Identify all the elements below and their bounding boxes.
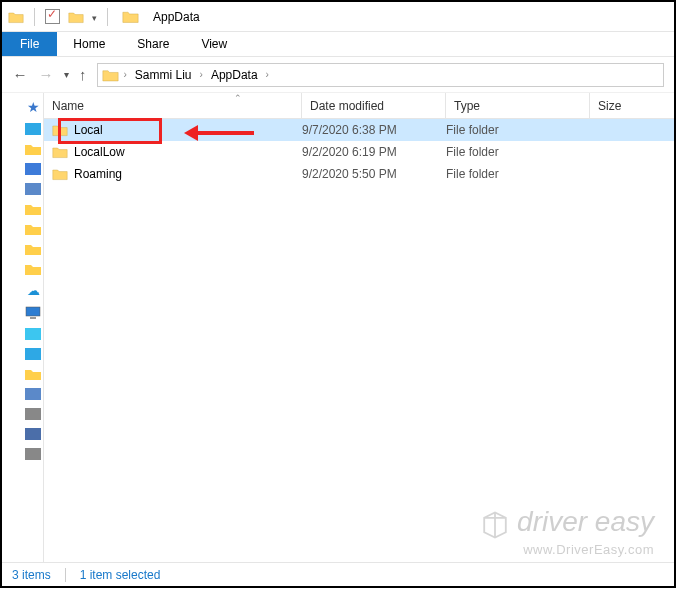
breadcrumb-sep[interactable]: › [263, 69, 272, 80]
tab-home[interactable]: Home [57, 32, 121, 56]
breadcrumb-sep[interactable]: › [197, 69, 206, 80]
folder-icon [52, 123, 68, 137]
address-field[interactable]: › Sammi Liu › AppData › [97, 63, 665, 87]
svg-rect-1 [25, 163, 41, 175]
column-name[interactable]: Name [52, 93, 302, 118]
breadcrumb-item[interactable]: AppData [208, 68, 261, 82]
sidebar-item-icon[interactable] [25, 243, 41, 255]
qat-newfolder-icon[interactable] [68, 10, 84, 24]
sidebar-item-icon[interactable] [25, 328, 41, 340]
qat-folder-icon[interactable] [8, 10, 24, 24]
file-row[interactable]: LocalLow 9/2/2020 6:19 PM File folder [44, 141, 674, 163]
sidebar-item-icon[interactable] [25, 408, 41, 420]
quick-access-icon[interactable]: ★ [27, 99, 40, 115]
sidebar-item-icon[interactable] [25, 263, 41, 275]
qat-divider [34, 8, 35, 26]
qat-properties-icon[interactable] [45, 9, 60, 24]
svg-rect-7 [25, 388, 41, 400]
watermark: driver easy www.DriverEasy.com [477, 507, 654, 556]
file-rows: Local 9/7/2020 6:38 PM File folder Local… [44, 119, 674, 185]
this-pc-icon[interactable] [25, 306, 41, 320]
window-folder-icon [122, 9, 139, 24]
file-row[interactable]: Local 9/7/2020 6:38 PM File folder [44, 119, 674, 141]
file-type: File folder [438, 145, 582, 159]
file-date: 9/2/2020 5:50 PM [294, 167, 438, 181]
watermark-logo-icon [477, 507, 513, 543]
sidebar-item-icon[interactable] [25, 123, 41, 135]
sidebar-item-icon[interactable] [25, 368, 41, 380]
breadcrumb-sep[interactable]: › [121, 69, 130, 80]
watermark-brand: driver easy [517, 506, 654, 537]
up-button[interactable]: ↑ [79, 66, 87, 83]
onedrive-icon[interactable]: ☁ [27, 283, 40, 298]
back-button[interactable]: ← [12, 66, 28, 83]
svg-rect-2 [25, 183, 41, 195]
sidebar-item-icon[interactable] [25, 143, 41, 155]
file-row[interactable]: Roaming 9/2/2020 5:50 PM File folder [44, 163, 674, 185]
status-count: 3 items [12, 568, 51, 582]
sort-indicator-icon: ⌃ [234, 93, 242, 103]
content-area: ★ ☁ ⌃ [2, 93, 674, 562]
sidebar-item-icon[interactable] [25, 163, 41, 175]
sidebar-item-icon[interactable] [25, 448, 41, 460]
explorer-window: ▾ AppData File Home Share View ← → ▾ ↑ ›… [0, 0, 676, 588]
svg-rect-8 [25, 408, 41, 420]
window-title: AppData [153, 10, 200, 24]
status-bar: 3 items 1 item selected [2, 562, 674, 586]
navigation-pane[interactable]: ★ ☁ [2, 93, 44, 562]
folder-icon [52, 145, 68, 159]
breadcrumb-item[interactable]: Sammi Liu [132, 68, 195, 82]
sidebar-item-icon[interactable] [25, 428, 41, 440]
status-divider [65, 568, 66, 582]
file-name: LocalLow [74, 145, 125, 159]
svg-rect-4 [30, 317, 36, 319]
sidebar-item-icon[interactable] [25, 388, 41, 400]
file-date: 9/2/2020 6:19 PM [294, 145, 438, 159]
address-folder-icon [102, 68, 119, 82]
ribbon: File Home Share View [2, 32, 674, 57]
svg-rect-9 [25, 428, 41, 440]
history-dropdown[interactable]: ▾ [64, 69, 69, 80]
title-bar: ▾ AppData [2, 2, 674, 32]
address-bar: ← → ▾ ↑ › Sammi Liu › AppData › [2, 57, 674, 93]
svg-rect-6 [25, 348, 41, 360]
tab-view[interactable]: View [185, 32, 243, 56]
forward-button[interactable]: → [38, 66, 54, 83]
file-tab[interactable]: File [2, 32, 57, 56]
svg-rect-10 [25, 448, 41, 460]
column-type[interactable]: Type [446, 93, 590, 118]
file-date: 9/7/2020 6:38 PM [294, 123, 438, 137]
file-list-panel: ⌃ Name Date modified Type Size Local 9/7… [44, 93, 674, 562]
sidebar-item-icon[interactable] [25, 183, 41, 195]
sidebar-item-icon[interactable] [25, 348, 41, 360]
column-date[interactable]: Date modified [302, 93, 446, 118]
column-headers: ⌃ Name Date modified Type Size [44, 93, 674, 119]
file-type: File folder [438, 123, 582, 137]
file-name: Local [74, 123, 103, 137]
svg-rect-3 [26, 307, 40, 316]
sidebar-item-icon[interactable] [25, 223, 41, 235]
column-size[interactable]: Size [590, 93, 674, 118]
qat-more-icon[interactable]: ▾ [92, 13, 97, 26]
folder-icon [52, 167, 68, 181]
sidebar-item-icon[interactable] [25, 203, 41, 215]
watermark-url: www.DriverEasy.com [477, 543, 654, 556]
qat-divider-2 [107, 8, 108, 26]
tab-share[interactable]: Share [121, 32, 185, 56]
status-selection: 1 item selected [80, 568, 161, 582]
file-type: File folder [438, 167, 582, 181]
svg-rect-5 [25, 328, 41, 340]
svg-rect-0 [25, 123, 41, 135]
file-name: Roaming [74, 167, 122, 181]
